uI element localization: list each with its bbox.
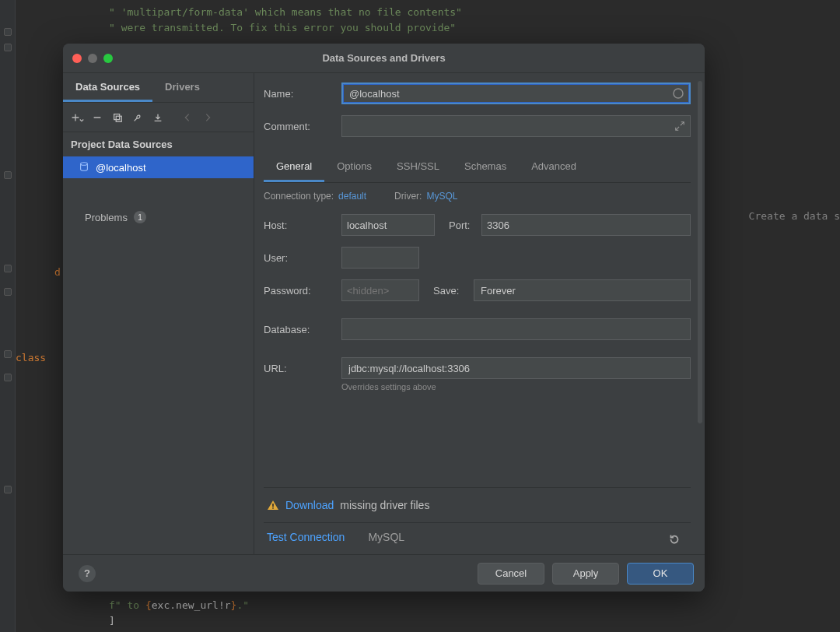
warning-icon [267, 499, 279, 511]
host-label: Host: [264, 219, 341, 231]
expand-icon[interactable] [674, 121, 685, 132]
driver-link[interactable]: MySQL [426, 191, 457, 202]
password-label: Password: [264, 285, 341, 297]
ok-button[interactable]: OK [627, 563, 694, 585]
forward-button[interactable] [198, 108, 217, 127]
user-label: User: [264, 252, 341, 264]
database-label: Database: [264, 324, 341, 335]
save-select[interactable]: Forever [474, 279, 691, 301]
port-label: Port: [435, 219, 481, 231]
svg-rect-4 [272, 507, 274, 509]
url-label: URL: [264, 363, 341, 374]
minimize-button[interactable] [88, 54, 97, 63]
bg-code-class-keyword: class [16, 350, 46, 366]
svg-rect-1 [116, 116, 121, 121]
scrollbar[interactable] [698, 81, 702, 423]
dialog-title: Data Sources and Drivers [322, 52, 445, 64]
connection-type-link[interactable]: default [338, 191, 366, 202]
tree-section-header: Project Data Sources [63, 132, 254, 156]
tree-item-localhost[interactable]: @localhost [63, 156, 254, 178]
download-driver-row: Download missing driver files [264, 487, 691, 522]
copy-button[interactable] [108, 108, 127, 127]
dialog-titlebar[interactable]: Data Sources and Drivers [63, 44, 705, 73]
driver-name-text: MySQL [368, 531, 404, 543]
database-icon [79, 161, 89, 174]
tab-ssh-ssl[interactable]: SSH/SSL [384, 153, 452, 182]
save-label: Save: [419, 285, 474, 297]
revert-icon[interactable] [667, 532, 681, 546]
config-tabs: General Options SSH/SSL Schemas Advanced [264, 153, 691, 183]
database-input[interactable] [341, 318, 691, 340]
tab-general[interactable]: General [264, 153, 324, 182]
download-link[interactable]: Download [285, 499, 334, 511]
window-controls [72, 54, 113, 63]
test-connection-link[interactable]: Test Connection [267, 531, 345, 543]
tab-schemas[interactable]: Schemas [452, 153, 519, 182]
bg-right-hint: Create a data s [749, 209, 840, 224]
tab-advanced[interactable]: Advanced [519, 153, 589, 182]
wrench-icon[interactable] [128, 108, 147, 127]
cancel-button[interactable]: Cancel [478, 563, 544, 585]
editor-gutter [0, 0, 16, 632]
url-input[interactable] [341, 357, 691, 379]
test-connection-row: Test Connection MySQL [264, 522, 691, 554]
comment-input[interactable] [341, 115, 691, 137]
import-button[interactable] [149, 108, 167, 127]
url-hint: Overrides settings above [341, 382, 691, 391]
bg-code-keyword: d [54, 265, 61, 280]
bg-code-bottom-line: f" to {exc.new_url!r}." ] [109, 598, 249, 629]
driver-label: Driver: [394, 191, 422, 202]
password-input[interactable] [341, 279, 419, 301]
add-button[interactable] [68, 108, 86, 127]
name-label: Name: [264, 88, 341, 100]
tree-item-label: @localhost [96, 162, 146, 174]
left-toolbar [63, 103, 254, 132]
close-button[interactable] [72, 54, 82, 63]
left-tabs: Data Sources Drivers [63, 73, 254, 103]
apply-button[interactable]: Apply [552, 563, 619, 585]
user-input[interactable] [341, 247, 419, 269]
port-input[interactable] [481, 214, 691, 236]
name-input[interactable] [341, 83, 691, 104]
back-button[interactable] [178, 108, 197, 127]
comment-label: Comment: [264, 121, 341, 132]
problems-label: Problems [85, 212, 128, 223]
help-button[interactable]: ? [79, 565, 96, 582]
svg-rect-0 [114, 114, 120, 119]
svg-rect-3 [272, 504, 274, 507]
host-input[interactable] [341, 214, 435, 236]
download-rest-text: missing driver files [340, 499, 429, 511]
bg-code-line-1: " 'multipart/form-data' which means that… [109, 5, 462, 36]
tab-drivers[interactable]: Drivers [152, 73, 212, 102]
connection-type-label: Connection type: [264, 191, 334, 202]
left-pane: Data Sources Drivers Project Data Source… [63, 73, 254, 554]
problems-count-badge: 1 [134, 211, 146, 223]
right-pane: Name: Comment: General Options SSH/SSL [254, 73, 705, 554]
tab-options[interactable]: Options [324, 153, 384, 182]
tab-data-sources[interactable]: Data Sources [63, 73, 152, 102]
data-sources-dialog: Data Sources and Drivers Data Sources Dr… [63, 44, 705, 592]
zoom-button[interactable] [103, 54, 113, 63]
remove-button[interactable] [88, 108, 107, 127]
problems-item[interactable]: Problems 1 [63, 205, 254, 230]
dialog-button-row: ? Cancel Apply OK [63, 554, 705, 592]
